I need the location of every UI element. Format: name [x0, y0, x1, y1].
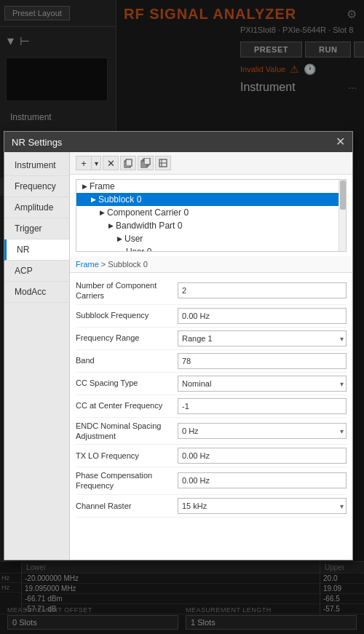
- prop-select-wrap-cc-spacing: Nominal Custom ▾: [178, 376, 347, 392]
- tree-item-cc0[interactable]: ▶ Component Carrier 0: [76, 206, 346, 219]
- prop-label-subblock-freq: Subblock Frequency: [76, 310, 178, 320]
- copy2-icon: [141, 158, 151, 168]
- prop-row-channel-raster: Channel Raster 15 kHz 30 kHz 60 kHz 100 …: [76, 495, 347, 518]
- nr-settings-modal: NR Settings ✕ Instrument Frequency Ampli…: [4, 131, 353, 560]
- tree-arrow-subblock0: ▶: [91, 196, 96, 203]
- prop-row-subblock-freq: Subblock Frequency: [76, 305, 347, 328]
- prop-row-tx-lo-freq: TX LO Frequency: [76, 445, 347, 467]
- prop-row-cc-spacing: CC Spacing Type Nominal Custom ▾: [76, 373, 347, 395]
- tree-item-bwp0[interactable]: ▶ Bandwidth Part 0: [76, 219, 346, 232]
- breadcrumb: Frame > Subblock 0: [70, 256, 352, 273]
- prop-input-tx-lo-freq[interactable]: [178, 448, 347, 464]
- tree-arrow-user: ▶: [117, 235, 122, 242]
- modal-nav-modacc[interactable]: ModAcc: [4, 282, 69, 303]
- prop-value-cc-center-freq: [178, 398, 347, 414]
- modal-nav-trigger[interactable]: Trigger: [4, 218, 69, 239]
- tree-scrollbar[interactable]: [339, 180, 346, 251]
- prop-label-num-cc: Number of Component Carriers: [76, 280, 178, 301]
- tree-item-user[interactable]: ▶ User: [76, 232, 346, 245]
- tree-label-bwp0: Bandwidth Part 0: [116, 221, 182, 231]
- add-dropdown-button[interactable]: ▾: [91, 156, 101, 170]
- prop-select-endc[interactable]: 0 Hz 1 Hz: [178, 423, 347, 439]
- prop-row-phase-comp-freq: Phase Compensation Frequency: [76, 467, 347, 495]
- prop-row-cc-center-freq: CC at Center Frequency: [76, 395, 347, 418]
- tree-view: ▶ Frame ▶ Subblock 0 ▶ Component Carrier…: [76, 179, 347, 252]
- prop-value-phase-comp-freq: [178, 472, 347, 488]
- prop-label-band: Band: [76, 355, 178, 365]
- breadcrumb-frame[interactable]: Frame: [76, 260, 99, 269]
- prop-row-band: Band: [76, 350, 347, 373]
- modal-nav-acp[interactable]: ACP: [4, 261, 69, 282]
- prop-label-channel-raster: Channel Raster: [76, 501, 178, 511]
- prop-value-band: [178, 353, 347, 369]
- tree-toolbar: + ▾ ✕: [70, 152, 352, 175]
- copy2-button[interactable]: [138, 156, 154, 170]
- prop-label-cc-center-freq: CC at Center Frequency: [76, 400, 178, 411]
- prop-label-tx-lo-freq: TX LO Frequency: [76, 451, 178, 461]
- copy3-icon: [158, 158, 168, 168]
- tree-item-user0[interactable]: User 0: [76, 245, 346, 252]
- modal-nav-instrument[interactable]: Instrument: [4, 155, 69, 176]
- prop-select-cc-spacing[interactable]: Nominal Custom: [178, 376, 347, 392]
- prop-input-num-cc[interactable]: [178, 282, 347, 298]
- modal-close-button[interactable]: ✕: [336, 136, 345, 148]
- tree-label-user0: User 0: [126, 247, 151, 252]
- prop-select-wrap-freq-range: Range 1 Range 2 ▾: [178, 330, 347, 346]
- prop-input-band[interactable]: [178, 353, 347, 369]
- prop-row-num-cc: Number of Component Carriers: [76, 277, 347, 305]
- prop-value-num-cc: [178, 282, 347, 298]
- prop-select-channel-raster[interactable]: 15 kHz 30 kHz 60 kHz 100 kHz: [178, 498, 347, 514]
- prop-value-subblock-freq: [178, 308, 347, 324]
- tree-arrow-cc0: ▶: [100, 209, 105, 216]
- tree-arrow-bwp0: ▶: [108, 222, 114, 229]
- tree-label-user: User: [124, 234, 143, 244]
- tree-item-subblock0[interactable]: ▶ Subblock 0: [76, 193, 346, 206]
- prop-select-freq-range[interactable]: Range 1 Range 2: [178, 330, 347, 346]
- modal-nav-frequency[interactable]: Frequency: [4, 176, 69, 197]
- prop-label-cc-spacing: CC Spacing Type: [76, 378, 178, 388]
- breadcrumb-separator: >: [101, 260, 108, 269]
- delete-button[interactable]: ✕: [103, 156, 119, 170]
- copy1-button[interactable]: [120, 156, 136, 170]
- modal-titlebar: NR Settings ✕: [4, 132, 352, 152]
- modal-nav-nr[interactable]: NR: [4, 239, 69, 261]
- prop-value-tx-lo-freq: [178, 448, 347, 464]
- svg-rect-1: [126, 159, 132, 166]
- prop-input-phase-comp-freq[interactable]: [178, 472, 347, 488]
- modal-content: + ▾ ✕: [70, 152, 352, 560]
- copy1-icon: [123, 158, 133, 168]
- tree-item-frame[interactable]: ▶ Frame: [76, 180, 346, 193]
- prop-label-endc: ENDC Nominal Spacing Adjustment: [76, 421, 178, 442]
- tree-label-frame: Frame: [90, 181, 115, 191]
- add-button[interactable]: +: [76, 156, 92, 170]
- prop-row-freq-range: Frequency Range Range 1 Range 2 ▾: [76, 328, 347, 350]
- tree-label-cc0: Component Carrier 0: [107, 207, 189, 218]
- prop-select-wrap-endc: 0 Hz 1 Hz ▾: [178, 423, 347, 439]
- modal-body: Instrument Frequency Amplitude Trigger N…: [4, 152, 352, 560]
- copy3-button[interactable]: [155, 156, 171, 170]
- tree-scrollbar-thumb: [340, 181, 346, 210]
- prop-select-wrap-channel-raster: 15 kHz 30 kHz 60 kHz 100 kHz ▾: [178, 498, 347, 514]
- prop-label-freq-range: Frequency Range: [76, 333, 178, 343]
- svg-rect-4: [144, 158, 150, 165]
- prop-input-cc-center-freq[interactable]: [178, 398, 347, 414]
- prop-row-endc: ENDC Nominal Spacing Adjustment 0 Hz 1 H…: [76, 418, 347, 445]
- tree-label-subblock0: Subblock 0: [98, 194, 141, 205]
- breadcrumb-current: Subblock 0: [108, 260, 147, 269]
- tree-arrow-frame: ▶: [82, 183, 87, 190]
- modal-nav-amplitude[interactable]: Amplitude: [4, 197, 69, 218]
- modal-sidebar: Instrument Frequency Amplitude Trigger N…: [4, 152, 70, 560]
- modal-title: NR Settings: [12, 137, 62, 148]
- prop-input-subblock-freq[interactable]: [178, 308, 347, 324]
- properties-form: Number of Component Carriers Subblock Fr…: [70, 273, 352, 522]
- prop-label-phase-comp-freq: Phase Compensation Frequency: [76, 470, 178, 491]
